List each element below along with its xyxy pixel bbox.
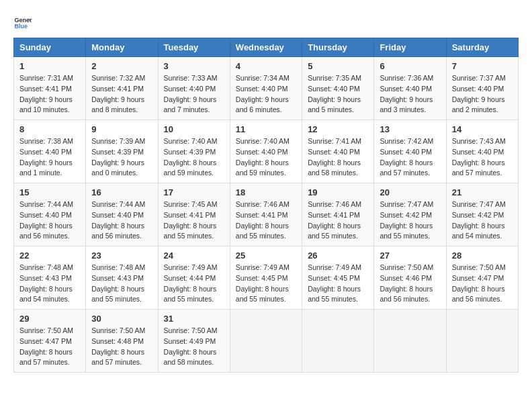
day-info: Sunrise: 7:40 AMSunset: 4:39 PMDaylight:… [164,136,224,179]
calendar-day-cell: 30Sunrise: 7:50 AMSunset: 4:48 PMDayligh… [86,310,158,373]
day-info: Sunrise: 7:39 AMSunset: 4:39 PMDaylight:… [91,136,152,179]
day-number: 27 [380,250,440,261]
day-number: 4 [236,61,296,71]
day-number: 18 [236,187,296,197]
day-number: 5 [308,61,368,71]
day-info: Sunrise: 7:45 AMSunset: 4:41 PMDaylight:… [164,199,224,242]
day-info: Sunrise: 7:32 AMSunset: 4:41 PMDaylight:… [91,73,152,116]
day-info: Sunrise: 7:44 AMSunset: 4:40 PMDaylight:… [91,199,152,242]
calendar-header-friday: Friday [374,38,446,57]
calendar-day-cell: 28Sunrise: 7:50 AMSunset: 4:47 PMDayligh… [446,246,518,310]
day-number: 10 [164,124,224,134]
day-number: 30 [91,314,152,324]
day-number: 11 [236,124,296,134]
calendar-empty-cell [230,310,302,373]
day-info: Sunrise: 7:50 AMSunset: 4:48 PMDaylight:… [91,326,152,368]
day-number: 14 [452,124,513,134]
day-info: Sunrise: 7:40 AMSunset: 4:40 PMDaylight:… [236,136,296,179]
calendar-day-cell: 12Sunrise: 7:41 AMSunset: 4:40 PMDayligh… [302,120,374,183]
logo: General Blue [13,13,32,32]
calendar-day-cell: 19Sunrise: 7:46 AMSunset: 4:41 PMDayligh… [302,183,374,246]
day-number: 1 [19,61,80,71]
calendar-day-cell: 16Sunrise: 7:44 AMSunset: 4:40 PMDayligh… [86,183,158,246]
calendar-header-row: SundayMondayTuesdayWednesdayThursdayFrid… [14,38,519,57]
day-number: 29 [19,314,80,324]
calendar-header-tuesday: Tuesday [158,38,230,57]
calendar-day-cell: 29Sunrise: 7:50 AMSunset: 4:47 PMDayligh… [14,310,86,373]
day-number: 12 [308,124,368,134]
day-number: 20 [380,187,440,197]
day-info: Sunrise: 7:50 AMSunset: 4:49 PMDaylight:… [164,326,224,368]
day-info: Sunrise: 7:37 AMSunset: 4:40 PMDaylight:… [452,73,513,116]
day-info: Sunrise: 7:38 AMSunset: 4:40 PMDaylight:… [19,136,80,179]
generalblue-logo-icon: General Blue [13,13,32,32]
day-number: 24 [164,250,224,261]
day-number: 9 [91,124,152,134]
calendar-day-cell: 10Sunrise: 7:40 AMSunset: 4:39 PMDayligh… [158,120,230,183]
day-number: 28 [452,250,513,261]
day-number: 21 [452,187,513,197]
day-info: Sunrise: 7:35 AMSunset: 4:40 PMDaylight:… [308,73,368,116]
calendar-week-row: 22Sunrise: 7:48 AMSunset: 4:43 PMDayligh… [14,246,519,310]
day-info: Sunrise: 7:34 AMSunset: 4:40 PMDaylight:… [236,73,296,116]
calendar-day-cell: 23Sunrise: 7:48 AMSunset: 4:43 PMDayligh… [86,246,158,310]
calendar-empty-cell [302,310,374,373]
page-header: General Blue [13,13,519,32]
day-info: Sunrise: 7:49 AMSunset: 4:45 PMDaylight:… [308,263,368,305]
calendar-week-row: 15Sunrise: 7:44 AMSunset: 4:40 PMDayligh… [14,183,519,246]
calendar-empty-cell [374,310,446,373]
day-number: 3 [164,61,224,71]
calendar-day-cell: 5Sunrise: 7:35 AMSunset: 4:40 PMDaylight… [302,57,374,120]
day-info: Sunrise: 7:33 AMSunset: 4:40 PMDaylight:… [164,73,224,116]
calendar-day-cell: 2Sunrise: 7:32 AMSunset: 4:41 PMDaylight… [86,57,158,120]
calendar-day-cell: 27Sunrise: 7:50 AMSunset: 4:46 PMDayligh… [374,246,446,310]
day-number: 19 [308,187,368,197]
calendar-day-cell: 3Sunrise: 7:33 AMSunset: 4:40 PMDaylight… [158,57,230,120]
calendar-table: SundayMondayTuesdayWednesdayThursdayFrid… [13,38,519,373]
day-number: 17 [164,187,224,197]
day-number: 2 [91,61,152,71]
day-info: Sunrise: 7:48 AMSunset: 4:43 PMDaylight:… [91,263,152,305]
calendar-day-cell: 9Sunrise: 7:39 AMSunset: 4:39 PMDaylight… [86,120,158,183]
calendar-day-cell: 4Sunrise: 7:34 AMSunset: 4:40 PMDaylight… [230,57,302,120]
calendar-day-cell: 22Sunrise: 7:48 AMSunset: 4:43 PMDayligh… [14,246,86,310]
calendar-day-cell: 18Sunrise: 7:46 AMSunset: 4:41 PMDayligh… [230,183,302,246]
day-info: Sunrise: 7:50 AMSunset: 4:46 PMDaylight:… [380,263,440,305]
svg-text:Blue: Blue [14,23,28,30]
day-number: 15 [19,187,80,197]
day-number: 7 [452,61,513,71]
day-number: 16 [91,187,152,197]
calendar-day-cell: 15Sunrise: 7:44 AMSunset: 4:40 PMDayligh… [14,183,86,246]
day-number: 26 [308,250,368,261]
day-info: Sunrise: 7:47 AMSunset: 4:42 PMDaylight:… [380,199,440,242]
calendar-day-cell: 20Sunrise: 7:47 AMSunset: 4:42 PMDayligh… [374,183,446,246]
day-number: 23 [91,250,152,261]
calendar-day-cell: 26Sunrise: 7:49 AMSunset: 4:45 PMDayligh… [302,246,374,310]
calendar-empty-cell [446,310,518,373]
day-info: Sunrise: 7:31 AMSunset: 4:41 PMDaylight:… [19,73,80,116]
calendar-header-wednesday: Wednesday [230,38,302,57]
day-info: Sunrise: 7:41 AMSunset: 4:40 PMDaylight:… [308,136,368,179]
calendar-header-monday: Monday [86,38,158,57]
day-info: Sunrise: 7:46 AMSunset: 4:41 PMDaylight:… [308,199,368,242]
day-number: 13 [380,124,440,134]
calendar-day-cell: 31Sunrise: 7:50 AMSunset: 4:49 PMDayligh… [158,310,230,373]
calendar-day-cell: 11Sunrise: 7:40 AMSunset: 4:40 PMDayligh… [230,120,302,183]
calendar-day-cell: 13Sunrise: 7:42 AMSunset: 4:40 PMDayligh… [374,120,446,183]
calendar-header-thursday: Thursday [302,38,374,57]
calendar-header-saturday: Saturday [446,38,518,57]
day-info: Sunrise: 7:50 AMSunset: 4:47 PMDaylight:… [452,263,513,305]
day-info: Sunrise: 7:46 AMSunset: 4:41 PMDaylight:… [236,199,296,242]
day-number: 25 [236,250,296,261]
calendar-day-cell: 8Sunrise: 7:38 AMSunset: 4:40 PMDaylight… [14,120,86,183]
calendar-week-row: 1Sunrise: 7:31 AMSunset: 4:41 PMDaylight… [14,57,519,120]
day-info: Sunrise: 7:49 AMSunset: 4:45 PMDaylight:… [236,263,296,305]
day-info: Sunrise: 7:43 AMSunset: 4:40 PMDaylight:… [452,136,513,179]
day-info: Sunrise: 7:36 AMSunset: 4:40 PMDaylight:… [380,73,440,116]
day-number: 6 [380,61,440,71]
calendar-day-cell: 6Sunrise: 7:36 AMSunset: 4:40 PMDaylight… [374,57,446,120]
day-info: Sunrise: 7:50 AMSunset: 4:47 PMDaylight:… [19,326,80,368]
calendar-day-cell: 7Sunrise: 7:37 AMSunset: 4:40 PMDaylight… [446,57,518,120]
day-info: Sunrise: 7:48 AMSunset: 4:43 PMDaylight:… [19,263,80,305]
calendar-day-cell: 1Sunrise: 7:31 AMSunset: 4:41 PMDaylight… [14,57,86,120]
